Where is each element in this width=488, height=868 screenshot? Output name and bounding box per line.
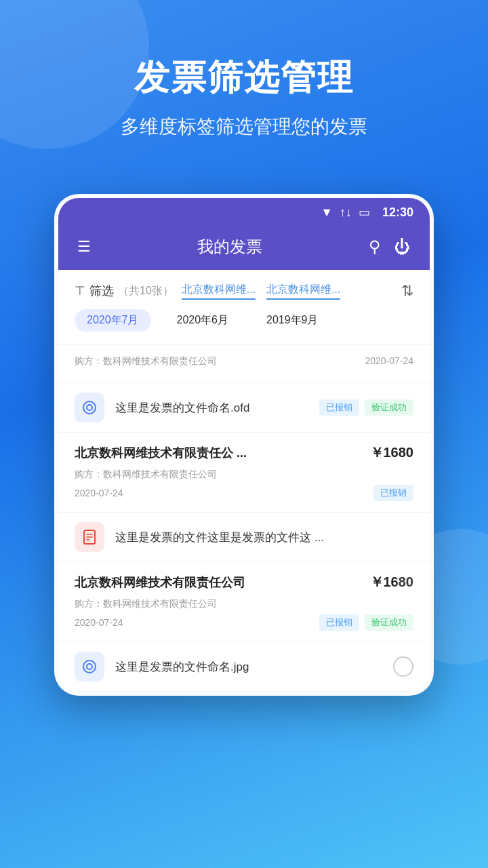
filter-text: 筛选 <box>89 283 114 299</box>
company-name-3: 北京数科网维技术有限责任公司 <box>75 574 245 591</box>
invoice-item-2: 北京数科网维技术有限责任公 ... ￥1680 购方：数科网维技术有限责任公司 … <box>58 433 430 513</box>
filter-top-row: ⊤ 筛选 （共10张） 北京数科网维... 北京数科网维... ⇅ <box>75 282 413 300</box>
nav-icons: ⚲ ⏻ <box>369 237 411 256</box>
svg-point-1 <box>87 405 92 410</box>
svg-point-0 <box>83 401 96 414</box>
invoice-item-3: 北京数科网维技术有限责任公司 ￥1680 购方：数科网维技术有限责任公司 202… <box>58 562 430 642</box>
badge-reported-3: 已报销 <box>319 614 359 631</box>
signal-icon: ↑↓ <box>340 205 352 220</box>
svg-point-3 <box>83 660 96 673</box>
nav-bar: ☰ 我的发票 ⚲ ⏻ <box>58 226 430 270</box>
file-icon-ofd <box>75 393 104 422</box>
date-tag-0[interactable]: 2020年7月 <box>75 309 151 332</box>
badge-verified-3: 验证成功 <box>365 614 413 631</box>
hero-subtitle: 多维度标签筛选管理您的发票 <box>27 114 461 140</box>
invoice-date-2: 2020-07-24 <box>75 488 123 498</box>
badge-reported-1: 已报销 <box>319 399 359 416</box>
invoice-buyer-1: 购方：数科网维技术有限责任公司2020-07-24 <box>75 355 413 368</box>
sort-icon[interactable]: ⇅ <box>401 282 413 300</box>
svg-point-4 <box>87 664 92 669</box>
filter-dates: 2020年7月 2020年6月 2019年9月 <box>75 309 413 332</box>
file-name-1: 这里是发票的文件命名.ofd <box>115 400 319 416</box>
invoice-buyer-3: 购方：数科网维技术有限责任公司 <box>75 598 413 610</box>
file-name-2: 这里是发票的文件这里是发票的文件这 ... <box>115 530 413 545</box>
hero-title: 发票筛选管理 <box>27 54 461 102</box>
badge-reported-2: 已报销 <box>373 485 413 501</box>
wifi-icon: ▼ <box>321 205 333 220</box>
filter-icon: ⊤ <box>75 283 85 298</box>
filter-count: （共10张） <box>118 284 174 298</box>
date-tag-2[interactable]: 2019年9月 <box>254 309 331 332</box>
phone-wrapper: ▼ ↑↓ ▭ 12:30 ☰ 我的发票 ⚲ ⏻ ⊤ 筛选 （共10张） <box>0 194 488 696</box>
invoice-footer-2: 2020-07-24 已报销 <box>75 485 413 501</box>
filter-tags: 北京数科网维... 北京数科网维... <box>182 283 393 300</box>
filter-tag-1[interactable]: 北京数科网维... <box>266 283 340 300</box>
amount-3: ￥1680 <box>370 573 414 591</box>
badge-group-2: 已报销 <box>373 485 413 501</box>
search-icon[interactable]: ⚲ <box>369 237 381 256</box>
file-icon-pdf <box>75 522 104 552</box>
invoice-header-3: 北京数科网维技术有限责任公司 ￥1680 <box>75 573 413 591</box>
menu-icon[interactable]: ☰ <box>77 238 91 256</box>
company-name-2: 北京数科网维技术有限责任公 ... <box>75 445 247 461</box>
file-row-3: 这里是发票的文件命名.jpg <box>58 642 430 692</box>
nav-title: 我的发票 <box>197 236 262 258</box>
file-row-1: 这里是发票的文件命名.ofd 已报销 验证成功 <box>58 383 430 433</box>
battery-icon: ▭ <box>359 205 370 220</box>
badge-verified-1: 验证成功 <box>365 399 413 416</box>
file-name-3: 这里是发票的文件命名.jpg <box>115 659 393 675</box>
invoice-header-2: 北京数科网维技术有限责任公 ... ￥1680 <box>75 443 413 462</box>
clock: 12:30 <box>382 205 413 220</box>
filter-tag-0[interactable]: 北京数科网维... <box>182 283 256 300</box>
status-bar: ▼ ↑↓ ▭ 12:30 <box>58 198 430 226</box>
invoice-footer-3: 2020-07-24 已报销 验证成功 <box>75 614 413 631</box>
hero-section: 发票筛选管理 多维度标签筛选管理您的发票 <box>0 0 488 167</box>
invoice-list: 购方：数科网维技术有限责任公司2020-07-24 这里是发票的文件命名.ofd… <box>58 344 430 692</box>
file-icon-jpg <box>75 652 104 682</box>
select-circle-3[interactable] <box>393 656 413 677</box>
filter-bar: ⊤ 筛选 （共10张） 北京数科网维... 北京数科网维... ⇅ 2020年7… <box>58 270 430 344</box>
invoice-buyer-2: 购方：数科网维技术有限责任公司 <box>75 469 413 481</box>
filter-label: ⊤ 筛选 （共10张） <box>75 283 174 299</box>
file-row-2: 这里是发票的文件这里是发票的文件这 ... <box>58 513 430 562</box>
phone-mockup: ▼ ↑↓ ▭ 12:30 ☰ 我的发票 ⚲ ⏻ ⊤ 筛选 （共10张） <box>54 194 434 696</box>
invoice-date-3: 2020-07-24 <box>75 617 123 628</box>
amount-2: ￥1680 <box>370 443 414 462</box>
file-badges-1: 已报销 验证成功 <box>319 399 413 416</box>
power-icon[interactable]: ⏻ <box>394 237 411 256</box>
badge-group-3: 已报销 验证成功 <box>319 614 413 631</box>
date-tag-1[interactable]: 2020年6月 <box>165 309 241 332</box>
invoice-item-1: 购方：数科网维技术有限责任公司2020-07-24 <box>58 344 430 383</box>
